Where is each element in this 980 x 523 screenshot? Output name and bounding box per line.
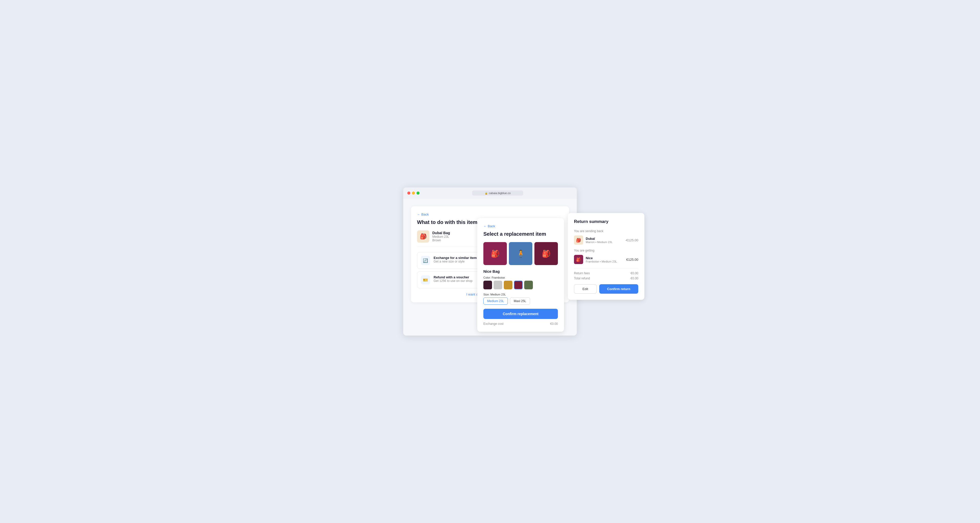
color-swatch-3[interactable] (504, 281, 512, 289)
color-label-text: Color: (484, 276, 491, 279)
getting-detail: Framboise • Medium 23L (586, 260, 624, 263)
total-refund-label: Total refund (574, 277, 590, 280)
getting-label: You are getting (574, 249, 638, 252)
url-text: cabaia.bigblue.co (489, 191, 511, 195)
return-fees-value: €0.00 (631, 271, 638, 275)
option-voucher-title: Refund with a voucher (434, 275, 473, 279)
product-icon: 🎒 (420, 233, 427, 240)
size-label-text: Size: (484, 293, 490, 296)
sending-price: -€125.00 (625, 238, 638, 242)
product-size: Medium 23L (432, 235, 450, 239)
product-images: 🎒 🧍 🎒 (484, 242, 558, 265)
back-label-panel2: Back (488, 224, 495, 228)
option-exchange-title: Exchange for a similar item (434, 256, 477, 260)
panel2-title: Select a replacement item (484, 231, 558, 237)
product-image-1[interactable]: 🎒 (484, 242, 507, 265)
voucher-icon: 🎫 (421, 275, 430, 284)
sending-info: Dubaï Marron • Medium 23L (586, 237, 623, 244)
color-value: Framboise (492, 276, 505, 279)
size-value: Medium 23L (490, 293, 506, 296)
back-arrow-icon-2: ← (484, 224, 487, 228)
lock-icon: 🔒 (485, 192, 488, 195)
getting-name: Nice (586, 256, 624, 260)
summary-item-sending: 🎒 Dubaï Marron • Medium 23L -€125.00 (574, 236, 638, 245)
color-swatches (484, 281, 558, 289)
back-link-panel2[interactable]: ← Back (484, 224, 558, 228)
summary-divider (574, 268, 638, 268)
size-options: Medium 23L Maxi 25L (484, 298, 558, 305)
exchange-cost-label: Exchange cost (484, 322, 504, 325)
product-bag-name: Nice Bag (484, 269, 558, 274)
traffic-lights (407, 191, 420, 195)
color-swatch-2[interactable] (493, 281, 502, 289)
address-bar[interactable]: 🔒 cabaia.bigblue.co (472, 190, 523, 196)
product-image-3[interactable]: 🎒 (535, 242, 558, 265)
traffic-light-red[interactable] (407, 191, 410, 195)
browser-titlebar: 🔒 cabaia.bigblue.co (403, 187, 577, 199)
option-exchange-text: Exchange for a similar item Get a new si… (434, 256, 477, 263)
exchange-cost-value: €0.00 (550, 322, 558, 325)
confirm-return-button[interactable]: Confirm return (599, 284, 638, 294)
size-btn-maxi[interactable]: Maxi 25L (510, 298, 530, 305)
getting-thumb: 🎒 (574, 255, 583, 264)
traffic-light-green[interactable] (417, 191, 420, 195)
back-link-panel1[interactable]: ← Back (417, 212, 563, 216)
option-voucher-subtitle: Get 125€ to use on our shop (434, 279, 473, 283)
summary-title: Return summary (574, 219, 638, 224)
color-label: Color: Framboise (484, 276, 558, 279)
product-info: Dubaï Bag Medium 23L Brown (432, 231, 450, 242)
sending-detail: Marron • Medium 23L (586, 241, 623, 244)
option-exchange-subtitle: Get a new size or style (434, 260, 477, 263)
size-label: Size: Medium 23L (484, 293, 558, 296)
sending-thumb: 🎒 (574, 236, 583, 245)
return-fees-label: Return fees (574, 271, 590, 275)
product-thumbnail: 🎒 (417, 230, 429, 242)
size-btn-medium[interactable]: Medium 23L (484, 298, 508, 305)
option-voucher-text: Refund with a voucher Get 125€ to use on… (434, 275, 473, 283)
summary-item-getting: 🎒 Nice Framboise • Medium 23L €125.00 (574, 255, 638, 264)
traffic-light-yellow[interactable] (412, 191, 415, 195)
exchange-cost-row: Exchange cost €0.00 (484, 322, 558, 325)
color-swatch-1[interactable] (484, 281, 492, 289)
back-arrow-icon: ← (417, 212, 420, 216)
panel-return-summary: Return summary You are sending back 🎒 Du… (568, 213, 644, 300)
product-color: Brown (432, 239, 450, 242)
return-fees-row: Return fees €0.00 (574, 271, 638, 275)
product-name: Dubaï Bag (432, 231, 450, 235)
product-image-2[interactable]: 🧍 (509, 242, 532, 265)
getting-info: Nice Framboise • Medium 23L (586, 256, 624, 263)
summary-actions: Edit Confirm return (574, 284, 638, 294)
exchange-icon: 🔄 (421, 256, 430, 265)
sending-name: Dubaï (586, 237, 623, 241)
back-label-panel1: Back (422, 212, 429, 216)
color-swatch-5[interactable] (524, 281, 533, 289)
edit-button[interactable]: Edit (574, 284, 597, 294)
getting-price: €125.00 (626, 258, 638, 262)
sending-back-label: You are sending back (574, 229, 638, 233)
total-refund-value: €0.00 (631, 277, 638, 280)
total-refund-row: Total refund €0.00 (574, 277, 638, 280)
color-swatch-4[interactable] (514, 281, 523, 289)
confirm-replacement-button[interactable]: Confirm replacement (484, 309, 558, 319)
panel-select-replacement: ← Back Select a replacement item 🎒 🧍 🎒 N… (477, 218, 564, 332)
